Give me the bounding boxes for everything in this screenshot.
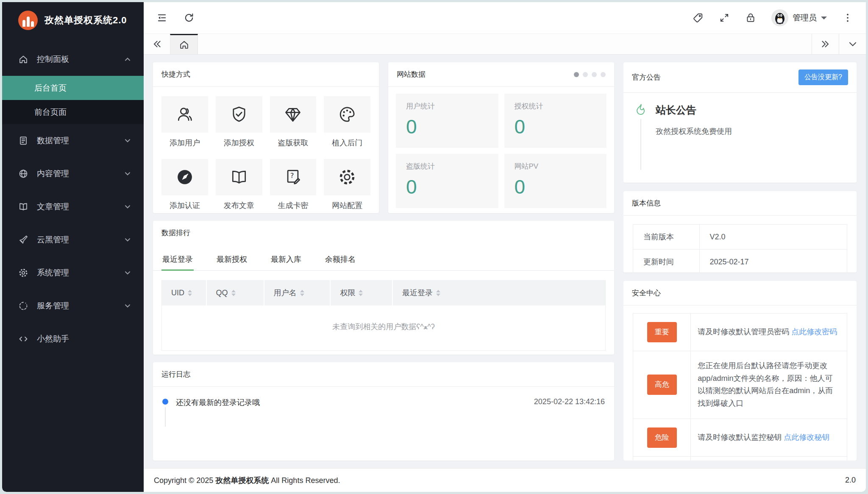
- gem-icon: [284, 105, 302, 124]
- user-menu[interactable]: 管理员: [771, 9, 827, 26]
- log-item: 还没有最新的登录记录哦 2025-02-22 13:42:16: [162, 397, 605, 427]
- tabbar-spacer: [198, 34, 812, 54]
- shortcut-generate-card-key[interactable]: ? 生成卡密: [270, 159, 317, 211]
- sidebar-item-content-management[interactable]: 内容管理: [2, 157, 144, 190]
- tabs-menu-button[interactable]: [839, 34, 866, 54]
- version-info-card-title: 版本信息: [623, 191, 857, 216]
- svg-text:?: ?: [290, 172, 294, 180]
- table-empty-state: 未查询到相关的用户数据ʕ^ﻌ^ʔ: [162, 305, 605, 350]
- announcement-item-title: 站长公告: [656, 103, 732, 117]
- shortcut-add-user[interactable]: 添加用户: [161, 96, 208, 148]
- announcement-body: 站长公告 孜然授权系统免费使用: [623, 93, 857, 180]
- tab-balance-ranking[interactable]: 余额排名: [324, 247, 356, 270]
- tabs-scroll-left-button[interactable]: [144, 34, 170, 54]
- shortcut-implant-backdoor[interactable]: 植入后门: [324, 96, 370, 148]
- window-frame: 孜然单授权系统2.0 控制面板 后台首页 前台页面 数据管理: [0, 0, 868, 494]
- collapse-sidebar-icon[interactable]: [156, 12, 167, 23]
- sidebar-item-assistant[interactable]: 小然助手: [2, 322, 144, 355]
- sidebar-item-cloudblack-management[interactable]: 云黑管理: [2, 223, 144, 256]
- shortcuts-card-title: 快捷方式: [153, 62, 379, 87]
- fullscreen-icon[interactable]: [719, 12, 730, 23]
- brand-name: 孜然单授权系统: [215, 476, 269, 485]
- tabs-scroll-right-button[interactable]: [812, 34, 839, 54]
- shortcut-publish-article[interactable]: 发布文章: [216, 159, 262, 211]
- sidebar-item-service-management[interactable]: 服务管理: [2, 289, 144, 322]
- tab-home[interactable]: [170, 34, 198, 54]
- change-secret-link[interactable]: 点此修改秘钥: [784, 433, 829, 441]
- sidebar-item-control-panel[interactable]: 控制面板: [2, 43, 144, 76]
- card-key-icon: ?: [284, 168, 302, 186]
- security-center-card-title: 安全中心: [623, 281, 857, 305]
- main-area: 管理员: [144, 2, 866, 492]
- user-icon: [175, 105, 194, 124]
- timeline-rail: [162, 397, 168, 427]
- announcement-refresh-button[interactable]: 公告没更新?: [798, 69, 848, 85]
- sidebar-item-backend-home[interactable]: 后台首页: [2, 76, 144, 100]
- chevron-down-icon: [124, 170, 131, 177]
- sidebar-item-data-management[interactable]: 数据管理: [2, 124, 144, 157]
- sidebar-item-article-management[interactable]: 文章管理: [2, 190, 144, 223]
- sort-toggle[interactable]: [188, 290, 192, 296]
- security-table: 重要 请及时修改默认管理员密码 点此修改密码 高危 您正在使用后台默认路径请您手…: [633, 313, 847, 461]
- sort-toggle[interactable]: [359, 290, 363, 296]
- shield-check-icon: [230, 105, 248, 124]
- sidebar: 孜然单授权系统2.0 控制面板 后台首页 前台页面 数据管理: [2, 2, 144, 492]
- chevron-down-icon: [124, 236, 131, 243]
- run-log-card: 运行日志 还没有最新的登录记录哦 2025-02-22 13:42:16: [153, 362, 614, 461]
- announcement-item: 站长公告 孜然授权系统免费使用: [634, 103, 846, 170]
- tab-latest-storage[interactable]: 最新入库: [270, 247, 302, 270]
- tab-recent-login[interactable]: 最近登录: [161, 247, 194, 270]
- sidebar-item-frontend-page[interactable]: 前台页面: [2, 100, 144, 124]
- dashboard-content: 快捷方式 添加用户 添加授权: [144, 55, 866, 468]
- sort-toggle[interactable]: [300, 290, 304, 296]
- shortcuts-grid: 添加用户 添加授权 盗版获取: [153, 87, 379, 213]
- tab-latest-authorization[interactable]: 最新授权: [216, 247, 248, 270]
- log-timestamp: 2025-02-22 13:42:16: [534, 397, 605, 406]
- timeline-dot-icon: [162, 399, 168, 405]
- brand-logo-icon: [18, 11, 38, 30]
- refresh-icon[interactable]: [184, 12, 195, 23]
- flame-icon: [634, 103, 647, 116]
- sidebar-item-system-management[interactable]: 系统管理: [2, 256, 144, 289]
- announcement-card: 官方公告 公告没更新? 站长公告: [623, 62, 857, 183]
- pager-dot[interactable]: [601, 72, 606, 77]
- pager-dot[interactable]: [574, 72, 579, 77]
- stat-users-value: 0: [406, 115, 488, 138]
- brush-icon: [18, 235, 28, 245]
- compass-icon: [175, 168, 194, 186]
- shortcut-site-config[interactable]: 网站配置: [324, 159, 370, 211]
- more-vertical-icon[interactable]: [842, 12, 853, 23]
- service-icon: [18, 301, 28, 311]
- chevron-down-icon: [124, 203, 131, 210]
- document-icon: [18, 136, 28, 146]
- table-row: 当前主机的数据库用户名与密码相: [633, 456, 847, 461]
- ranking-table: UID QQ 用户名 权限 最近登录 未查询到相关的用户数据ʕ^ﻌ^ʔ: [161, 280, 606, 351]
- change-password-link[interactable]: 点此修改密码: [791, 327, 837, 336]
- stat-users: 用户统计 0: [396, 94, 498, 148]
- security-center-card: 安全中心 重要 请及时修改默认管理员密码 点此修改密码 高危 您正在使用后台默认…: [623, 281, 857, 461]
- right-column: 官方公告 公告没更新? 站长公告: [623, 62, 857, 461]
- sort-toggle[interactable]: [231, 290, 236, 296]
- shortcut-add-certification[interactable]: 添加认证: [161, 159, 208, 211]
- app-root: 孜然单授权系统2.0 控制面板 后台首页 前台页面 数据管理: [2, 2, 866, 492]
- top-toolbar: 管理员: [144, 2, 866, 33]
- app-title: 孜然单授权系统2.0: [45, 14, 127, 27]
- avatar: [771, 9, 788, 26]
- table-row: 更新时间 2025-02-17: [633, 250, 847, 273]
- chevron-down-icon: [124, 269, 131, 276]
- sort-toggle[interactable]: [436, 290, 440, 296]
- table-row: 当前版本 V2.0: [633, 225, 847, 250]
- pager-dot[interactable]: [583, 72, 588, 77]
- copyright-text: Copyright © 2025 孜然单授权系统 All Rights Rese…: [154, 475, 340, 486]
- pager-dot[interactable]: [592, 72, 597, 77]
- footer: Copyright © 2025 孜然单授权系统 All Rights Rese…: [144, 468, 866, 492]
- stat-authorizations: 授权统计 0: [504, 94, 607, 148]
- version-key: 当前版本: [633, 225, 700, 250]
- lock-icon[interactable]: [745, 12, 756, 23]
- shortcut-piracy-fetch[interactable]: 盗版获取: [270, 96, 317, 148]
- table-row: 高危 您正在使用后台默认路径请您手动更改app/admin文件夹的名称，原因：他…: [633, 351, 847, 419]
- gear-icon: [18, 268, 28, 278]
- tag-icon[interactable]: [693, 12, 704, 23]
- stat-piracy-value: 0: [406, 175, 488, 198]
- shortcut-add-authorization[interactable]: 添加授权: [216, 96, 262, 148]
